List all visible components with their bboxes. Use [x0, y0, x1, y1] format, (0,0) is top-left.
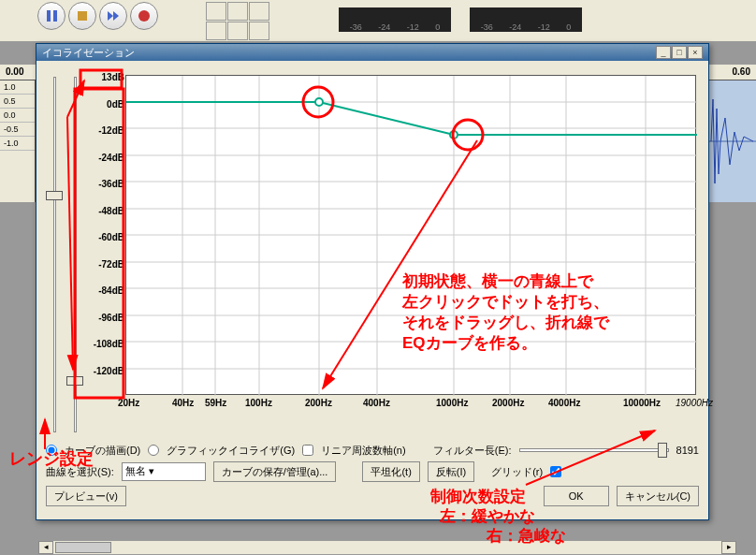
tool-button[interactable] — [206, 2, 226, 21]
filter-length-label: フィルター長(E): — [433, 444, 512, 458]
cancel-button[interactable]: キャンセル(C) — [617, 486, 699, 506]
flatten-button[interactable]: 平坦化(t) — [362, 461, 419, 482]
eq-curve[interactable] — [126, 102, 697, 135]
horizontal-scrollbar[interactable]: ◂ ▸ — [37, 540, 737, 555]
tool-button[interactable] — [249, 2, 269, 21]
db-max-slider[interactable] — [44, 77, 65, 432]
stop-button[interactable] — [68, 2, 96, 30]
pause-button[interactable] — [37, 2, 65, 30]
audacity-toolbar: -36-24-120 -36-24-120 — [0, 0, 756, 42]
track-panel: 1.0 0.5 0.0 -0.5 -1.0 — [0, 80, 36, 202]
curve-select-dropdown[interactable]: 無名 ▾ — [122, 462, 206, 481]
preview-button[interactable]: プレビュー(v) — [46, 486, 126, 506]
record-meter: -36-24-120 — [470, 7, 582, 32]
tool-button[interactable] — [249, 22, 269, 40]
grid-label: グリッド(r) — [491, 465, 543, 479]
maximize-button[interactable]: □ — [672, 46, 687, 59]
db-min-slider[interactable] — [65, 77, 85, 432]
filter-length-value: 8191 — [676, 445, 699, 456]
graphic-eq-label: グラフィックイコライザ(G) — [167, 444, 295, 458]
tool-button[interactable] — [227, 2, 248, 21]
slider-thumb[interactable] — [658, 443, 667, 458]
invert-button[interactable]: 反転(I) — [428, 461, 474, 482]
record-button[interactable] — [130, 2, 158, 30]
ok-button[interactable]: OK — [544, 486, 609, 506]
skip-end-button[interactable] — [99, 2, 127, 30]
equalization-dialog: イコライゼーション _ □ × 13dB 0dB -12dB -24dB -36… — [36, 43, 709, 520]
graphic-eq-radio[interactable] — [148, 445, 159, 456]
minimize-button[interactable]: _ — [656, 46, 671, 59]
dialog-title: イコライゼーション — [42, 46, 135, 60]
scroll-left-button[interactable]: ◂ — [38, 541, 53, 554]
draw-curve-label: カーブの描画(D) — [65, 444, 140, 458]
eq-graph[interactable] — [125, 75, 696, 395]
tool-button[interactable] — [227, 22, 248, 40]
dialog-titlebar[interactable]: イコライゼーション _ □ × — [36, 44, 708, 61]
slider-thumb[interactable] — [46, 191, 63, 200]
draw-curve-radio[interactable] — [46, 445, 57, 456]
save-manage-button[interactable]: カーブの保存/管理(a)... — [213, 461, 337, 482]
linear-freq-checkbox[interactable] — [302, 445, 313, 456]
slider-thumb[interactable] — [66, 376, 83, 386]
y-axis-labels: 13dB 0dB -12dB -24dB -36dB -48dB -60dB -… — [85, 72, 124, 392]
playback-meter: -36-24-120 — [339, 7, 451, 32]
eq-control-point[interactable] — [315, 98, 323, 106]
scrollbar-thumb[interactable] — [55, 542, 111, 553]
curve-select-label: 曲線を選択(S): — [46, 465, 114, 479]
tool-button[interactable] — [206, 22, 226, 40]
waveform-area[interactable] — [706, 80, 756, 202]
scroll-right-button[interactable]: ▸ — [721, 541, 736, 554]
close-button[interactable]: × — [688, 46, 703, 59]
linear-freq-label: リニア周波数軸(n) — [321, 444, 405, 458]
grid-checkbox[interactable] — [550, 466, 561, 477]
eq-control-point[interactable] — [450, 131, 458, 139]
filter-length-slider[interactable] — [519, 443, 669, 458]
